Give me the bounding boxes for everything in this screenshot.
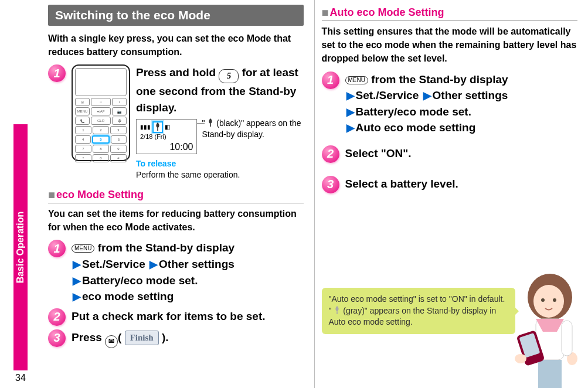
step1-instruction: Press and hold 5 for at least one second… — [136, 64, 304, 115]
eco-setting-step3: Press ✉( Finish ). — [72, 329, 304, 348]
section-label: Basic Operation — [15, 212, 26, 284]
eco-setting-step2: Put a check mark for items to be set. — [72, 308, 304, 325]
mail-button-icon: ✉ — [105, 335, 118, 348]
svg-point-1 — [533, 285, 564, 318]
square-bullet-icon: ■ — [322, 6, 329, 19]
page-spine: Basic Operation 34 — [0, 0, 41, 388]
status-date: 2/18 (Fri) — [140, 133, 193, 141]
status-time: 10:00 — [140, 141, 193, 152]
auto-eco-step2: Select "ON". — [345, 145, 578, 162]
phone-illustration: ✉○i MENU●/AF📷 📞CLR⏻ 123 456 789 ＊0# — [72, 64, 130, 161]
assistant-illustration — [503, 265, 588, 388]
tip-callout: "Auto eco mode setting" is set to "ON" i… — [322, 288, 515, 334]
section-intro: With a single key press, you can set the… — [48, 32, 304, 59]
auto-eco-step3: Select a battery level. — [345, 176, 578, 192]
arrow-icon: ▶ — [73, 291, 81, 302]
arrow-icon: ▶ — [346, 122, 355, 134]
step-badge-1: 1 — [322, 72, 339, 89]
subheading-eco-mode-setting: ■eco Mode Setting — [48, 188, 304, 203]
section-title: Switching to the eco Mode — [48, 5, 304, 26]
svg-point-3 — [553, 298, 556, 302]
arrow-icon: ▶ — [346, 90, 355, 101]
arrow-icon: ▶ — [149, 258, 158, 270]
finish-softkey: Finish — [125, 331, 159, 346]
auto-eco-desc: This setting ensures that the mode will … — [322, 25, 578, 66]
arrow-icon: ▶ — [73, 275, 81, 287]
auto-eco-step1: MENU from the Stand-by display ▶Set./Ser… — [345, 72, 578, 136]
page-number: 34 — [15, 370, 26, 388]
standby-status-illustration: ▮▮▮ ◧ 2/18 (Fri) 10:00 — [136, 119, 197, 154]
step-badge-3: 3 — [322, 176, 339, 193]
svg-point-2 — [541, 298, 545, 302]
svg-point-8 — [515, 354, 526, 363]
section-tab: Basic Operation — [13, 124, 28, 370]
step-badge-3: 3 — [48, 329, 66, 347]
eco-leaf-gray-icon — [334, 306, 341, 314]
step-badge-2: 2 — [322, 145, 339, 163]
step1-text-a: Press and hold — [136, 66, 219, 79]
to-release-text: Perform the same operation. — [136, 169, 304, 180]
step-badge-2: 2 — [48, 308, 66, 326]
menu-button-icon: MENU — [345, 76, 368, 84]
square-bullet-icon: ■ — [48, 188, 55, 201]
step-badge-1: 1 — [48, 64, 66, 82]
eco-leaf-black-icon — [207, 118, 214, 127]
status-annotation: " (black)" appears on the Stand-by displ… — [202, 118, 303, 139]
svg-rect-5 — [538, 360, 562, 388]
svg-rect-10 — [562, 321, 572, 356]
arrow-icon: ▶ — [73, 258, 81, 270]
step-badge-1: 1 — [48, 240, 66, 257]
arrow-icon: ▶ — [423, 90, 431, 101]
menu-button-icon: MENU — [72, 244, 94, 253]
eco-mode-setting-desc: You can set the items for reducing batte… — [48, 207, 304, 234]
eco-setting-step1: MENU from the Stand-by display ▶Set./Ser… — [72, 240, 304, 304]
arrow-icon: ▶ — [346, 106, 355, 118]
subheading-auto-eco: ■Auto eco Mode Setting — [322, 6, 578, 21]
to-release-label: To release — [136, 159, 304, 168]
key-5-icon: 5 — [219, 69, 239, 83]
